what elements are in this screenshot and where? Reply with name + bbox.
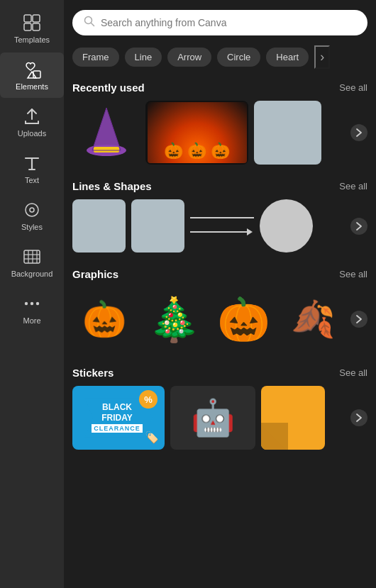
more-icon <box>22 294 42 314</box>
bf-percent-badge: % <box>139 390 157 409</box>
stickers-next-arrow[interactable] <box>350 409 367 426</box>
sticker-gold-page[interactable] <box>261 386 325 450</box>
uploads-label: Uploads <box>18 129 46 138</box>
recently-used-row: 🎃 🎃 🎃 <box>72 101 367 165</box>
svg-point-5 <box>26 204 38 216</box>
shape-arrow-line[interactable] <box>190 228 254 235</box>
jack-o-2: 🎃 <box>187 142 206 160</box>
elements-icon <box>22 60 42 79</box>
pill-line[interactable]: Line <box>125 48 162 67</box>
search-input[interactable] <box>101 17 356 28</box>
filter-pills: Frame Line Arrow Circle Heart › <box>72 45 367 69</box>
pill-frame[interactable]: Frame <box>72 48 119 67</box>
bf-tag-icon: 🏷️ <box>145 431 159 444</box>
shapes-row <box>72 199 367 253</box>
shape-plain-line[interactable] <box>190 217 254 218</box>
svg-rect-2 <box>24 23 31 30</box>
sidebar: Templates Elements Uploads <box>0 0 64 588</box>
xmas-tree-icon: 🎄 <box>148 294 201 345</box>
graphic-pumpkin-stack[interactable]: 🎃 <box>72 287 136 351</box>
stickers-row: BLACKFRIDAYCLEARANCE % 🏷️ 🤖 <box>72 386 367 450</box>
graphic-fall-leaves[interactable]: 🍂 <box>281 287 345 351</box>
shape-square-2[interactable] <box>131 199 184 253</box>
recent-item-halloween[interactable]: 🎃 🎃 🎃 <box>145 101 248 165</box>
sticker-black-friday[interactable]: BLACKFRIDAYCLEARANCE % 🏷️ <box>72 386 165 450</box>
recent-item-witch[interactable] <box>72 101 140 165</box>
templates-icon <box>22 13 42 33</box>
recently-used-section: Recently used See all 🎃 🎃 🎃 <box>72 82 367 165</box>
sidebar-item-elements[interactable]: Elements <box>0 52 64 98</box>
lines-shapes-title: Lines & Shapes <box>72 180 152 192</box>
pumpkin-icon: 🎃 <box>217 294 270 345</box>
pill-more-arrow[interactable]: › <box>314 45 330 69</box>
elements-label: Elements <box>16 82 48 91</box>
sidebar-item-styles[interactable]: Styles <box>0 193 64 238</box>
recently-used-next-arrow[interactable] <box>350 124 367 141</box>
sidebar-item-more[interactable]: More <box>0 287 64 332</box>
shape-circle[interactable] <box>260 199 313 253</box>
svg-rect-0 <box>24 15 31 22</box>
lines-shapes-header: Lines & Shapes See all <box>72 180 367 192</box>
pumpkin-stack-icon: 🎃 <box>82 299 126 340</box>
main-panel: Frame Line Arrow Circle Heart › Recently… <box>64 0 376 588</box>
lines-shapes-section: Lines & Shapes See all <box>72 180 367 253</box>
recently-used-header: Recently used See all <box>72 82 367 94</box>
search-bar <box>72 10 367 35</box>
graphics-section: Graphics See all 🎃 🎄 🎃 🍂 <box>72 268 367 351</box>
uploads-icon <box>22 106 42 126</box>
svg-point-14 <box>31 302 33 305</box>
graphics-next-arrow[interactable] <box>350 311 367 328</box>
chevron-right-icon-shapes <box>355 221 363 231</box>
robot-icon: 🤖 <box>191 397 235 438</box>
chevron-right-icon <box>355 128 363 138</box>
stickers-see-all[interactable]: See all <box>339 367 367 378</box>
shapes-next-arrow[interactable] <box>350 218 367 235</box>
templates-label: Templates <box>14 35 50 44</box>
recently-used-see-all[interactable]: See all <box>339 82 367 93</box>
sidebar-item-background[interactable]: Background <box>0 240 64 285</box>
graphics-see-all[interactable]: See all <box>339 269 367 279</box>
sidebar-item-text[interactable]: Text <box>0 146 64 192</box>
svg-rect-7 <box>24 250 40 263</box>
pill-arrow[interactable]: Arrow <box>167 48 211 67</box>
pill-circle[interactable]: Circle <box>217 48 260 67</box>
text-label: Text <box>25 176 39 184</box>
svg-rect-3 <box>33 23 40 30</box>
graphic-pumpkin[interactable]: 🎃 <box>211 287 275 351</box>
svg-marker-18 <box>92 108 121 150</box>
graphics-row: 🎃 🎄 🎃 🍂 <box>72 287 367 351</box>
stickers-title: Stickers <box>72 367 114 379</box>
jack-o-1: 🎃 <box>164 142 183 160</box>
graphic-xmas-tree[interactable]: 🎄 <box>142 287 206 351</box>
svg-point-15 <box>36 302 39 305</box>
text-icon <box>22 153 42 173</box>
stickers-section: Stickers See all BLACKFRIDAYCLEARANCE % … <box>72 367 367 450</box>
background-icon <box>22 247 42 267</box>
chevron-right-icon-stickers <box>355 413 363 423</box>
stickers-header: Stickers See all <box>72 367 367 379</box>
bf-text: BLACKFRIDAYCLEARANCE <box>92 402 143 433</box>
more-label: More <box>23 316 40 325</box>
jack-o-3: 🎃 <box>211 142 230 160</box>
styles-label: Styles <box>21 223 43 231</box>
pill-heart[interactable]: Heart <box>266 48 309 67</box>
halloween-fire-bg: 🎃 🎃 🎃 <box>148 102 247 163</box>
sticker-robot[interactable]: 🤖 <box>170 386 255 450</box>
svg-rect-1 <box>33 15 40 22</box>
sidebar-item-uploads[interactable]: Uploads <box>0 99 64 145</box>
svg-point-13 <box>25 302 28 305</box>
background-label: Background <box>11 270 53 278</box>
shape-square-1[interactable] <box>72 199 126 253</box>
lines-shapes-see-all[interactable]: See all <box>339 181 367 192</box>
sidebar-item-templates[interactable]: Templates <box>0 6 64 51</box>
recently-used-title: Recently used <box>72 82 145 94</box>
recent-item-blue-rect[interactable] <box>254 101 321 165</box>
svg-line-17 <box>92 23 94 26</box>
gold-fold-corner <box>261 423 288 450</box>
svg-point-6 <box>30 208 34 212</box>
witch-hat-svg <box>78 104 135 161</box>
fall-leaves-icon: 🍂 <box>291 299 335 340</box>
styles-icon <box>22 200 42 220</box>
graphics-title: Graphics <box>72 268 118 280</box>
shape-lines-group <box>190 217 254 235</box>
